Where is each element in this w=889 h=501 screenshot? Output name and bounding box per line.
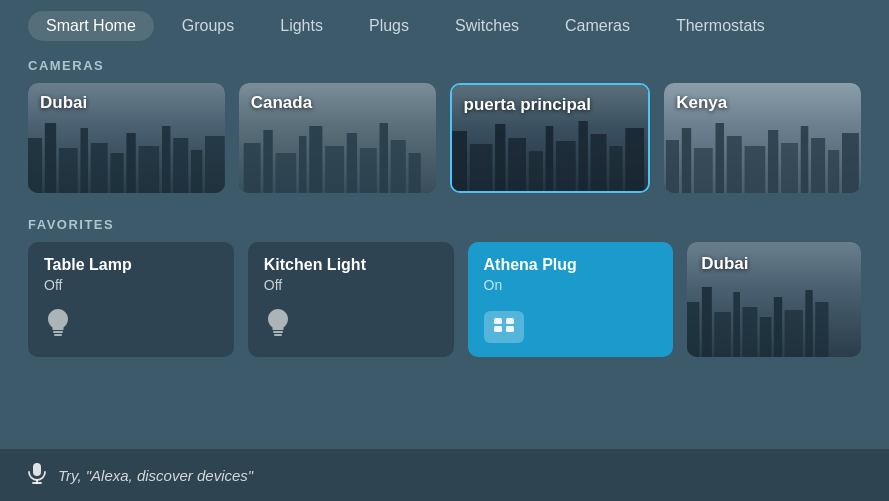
fav-name-table-lamp: Table Lamp	[44, 256, 218, 274]
svg-rect-42	[801, 126, 808, 193]
svg-rect-17	[325, 146, 344, 193]
svg-rect-45	[842, 133, 859, 193]
svg-rect-55	[702, 287, 712, 357]
svg-rect-33	[625, 128, 644, 191]
camera-card-dubai[interactable]: Dubai	[28, 83, 225, 193]
fav-name-athena-plug: Athena Plug	[484, 256, 658, 274]
plug-icon	[484, 311, 658, 343]
fav-status-kitchen-light: Off	[264, 277, 438, 293]
svg-rect-11	[205, 136, 225, 193]
svg-rect-29	[555, 141, 575, 191]
nav-groups[interactable]: Groups	[164, 11, 252, 41]
svg-rect-57	[734, 292, 741, 357]
svg-rect-7	[139, 146, 160, 193]
svg-rect-13	[263, 130, 272, 193]
cameras-section-title: CAMERAS	[0, 52, 889, 83]
svg-rect-18	[346, 133, 356, 193]
camera-label-puerta: puerta principal	[464, 95, 592, 115]
svg-rect-20	[379, 123, 387, 193]
camera-label-dubai: Dubai	[40, 93, 87, 113]
svg-rect-48	[273, 331, 283, 333]
camera-card-kenya[interactable]: Kenya	[664, 83, 861, 193]
camera-card-puerta[interactable]: puerta principal	[450, 83, 651, 193]
svg-rect-2	[59, 148, 78, 193]
svg-rect-53	[506, 326, 514, 332]
fav-status-table-lamp: Off	[44, 277, 218, 293]
nav-plugs[interactable]: Plugs	[351, 11, 427, 41]
fav-name-kitchen-light: Kitchen Light	[264, 256, 438, 274]
svg-rect-31	[590, 134, 606, 191]
svg-rect-40	[768, 130, 778, 193]
svg-rect-36	[694, 148, 713, 193]
light-bulb-icon-2	[264, 307, 438, 343]
svg-rect-34	[666, 140, 679, 193]
svg-rect-21	[391, 140, 406, 193]
nav-thermostats[interactable]: Thermostats	[658, 11, 783, 41]
svg-rect-0	[28, 138, 42, 193]
bottom-bar: Try, "Alexa, discover devices"	[0, 449, 889, 501]
svg-rect-60	[774, 297, 782, 357]
favorites-grid: Table Lamp Off Kitchen Light Off A	[0, 242, 889, 357]
svg-rect-30	[578, 121, 587, 191]
favorite-card-dubai-cam[interactable]: Dubai	[687, 242, 861, 357]
svg-rect-5	[110, 153, 123, 193]
svg-rect-12	[243, 143, 260, 193]
svg-rect-37	[716, 123, 724, 193]
svg-rect-51	[506, 318, 514, 324]
svg-rect-41	[781, 143, 798, 193]
plug-icon-box	[484, 311, 524, 343]
svg-rect-50	[494, 318, 502, 324]
svg-rect-8	[162, 126, 170, 193]
svg-rect-9	[173, 138, 188, 193]
svg-rect-44	[828, 150, 839, 193]
svg-rect-28	[545, 126, 552, 191]
nav-cameras[interactable]: Cameras	[547, 11, 648, 41]
svg-rect-39	[745, 146, 766, 193]
svg-rect-23	[452, 131, 467, 191]
nav-lights[interactable]: Lights	[262, 11, 341, 41]
camera-grid: Dubai Canada	[0, 83, 889, 193]
svg-rect-32	[609, 146, 622, 191]
svg-rect-27	[528, 151, 542, 191]
svg-rect-24	[469, 144, 491, 191]
svg-rect-62	[806, 290, 813, 357]
svg-rect-14	[275, 153, 296, 193]
svg-rect-22	[408, 153, 420, 193]
svg-rect-43	[811, 138, 825, 193]
svg-rect-64	[33, 463, 41, 476]
favorite-card-table-lamp[interactable]: Table Lamp Off	[28, 242, 234, 357]
svg-rect-16	[309, 126, 322, 193]
svg-rect-47	[54, 334, 62, 336]
svg-rect-4	[91, 143, 108, 193]
camera-label-kenya: Kenya	[676, 93, 727, 113]
microphone-icon	[28, 462, 46, 489]
favorite-card-athena-plug[interactable]: Athena Plug On	[468, 242, 674, 357]
svg-rect-63	[815, 302, 828, 357]
fav-name-dubai-cam: Dubai	[701, 254, 748, 274]
nav-switches[interactable]: Switches	[437, 11, 537, 41]
svg-rect-59	[760, 317, 772, 357]
favorites-section-title: FAVORITES	[0, 211, 889, 242]
svg-rect-15	[299, 136, 306, 193]
camera-label-canada: Canada	[251, 93, 312, 113]
svg-rect-25	[495, 124, 505, 191]
svg-rect-10	[191, 150, 202, 193]
svg-rect-49	[274, 334, 282, 336]
svg-rect-56	[715, 312, 732, 357]
svg-rect-3	[80, 128, 87, 193]
fav-status-athena-plug: On	[484, 277, 658, 293]
nav-smart-home[interactable]: Smart Home	[28, 11, 154, 41]
svg-rect-52	[494, 326, 502, 332]
svg-rect-38	[727, 136, 742, 193]
favorite-card-kitchen-light[interactable]: Kitchen Light Off	[248, 242, 454, 357]
svg-rect-61	[785, 310, 803, 357]
camera-card-canada[interactable]: Canada	[239, 83, 436, 193]
svg-rect-6	[126, 133, 135, 193]
svg-rect-35	[682, 128, 691, 193]
alexa-hint: Try, "Alexa, discover devices"	[58, 467, 253, 484]
svg-rect-1	[45, 123, 56, 193]
svg-rect-19	[360, 148, 377, 193]
svg-rect-26	[508, 138, 526, 191]
nav-bar: Smart Home Groups Lights Plugs Switches …	[0, 0, 889, 52]
svg-rect-54	[687, 302, 699, 357]
